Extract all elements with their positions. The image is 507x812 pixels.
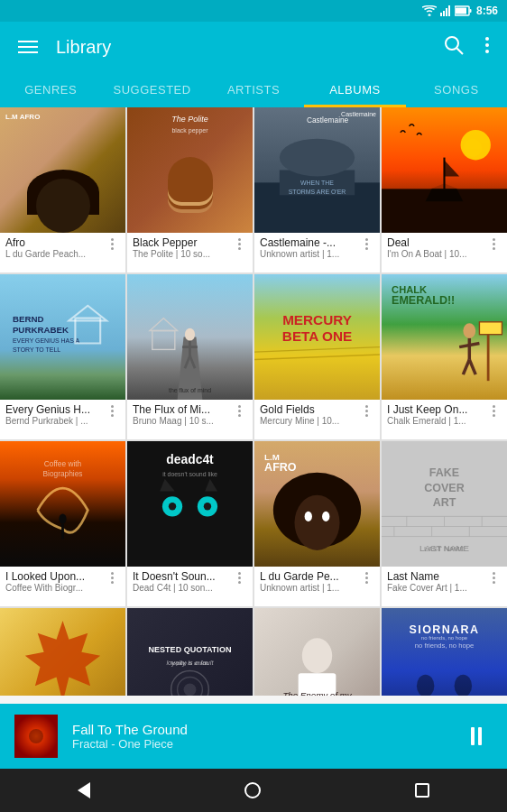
search-button[interactable]: [440, 32, 467, 63]
album-more-black-pepper[interactable]: [231, 236, 247, 250]
tab-artists[interactable]: ARTISTS: [203, 72, 304, 107]
album-name-black-pepper: Black Pepper: [133, 236, 231, 249]
nav-bar: [0, 769, 507, 812]
album-name-last-name: Last Name: [387, 570, 485, 583]
svg-point-67: [169, 503, 176, 510]
more-icon: [485, 36, 489, 54]
fluxofmi-art-svg: the flux of mind: [127, 274, 253, 400]
tab-songs[interactable]: SONGS: [406, 72, 507, 107]
pause-button[interactable]: [460, 720, 493, 752]
album-name-i-looked-upon: I Looked Upon...: [5, 570, 104, 583]
album-card-flux-of-mi[interactable]: the flux of mind The Flux of Mi... Bruno…: [127, 274, 253, 439]
svg-text:FAKE: FAKE: [429, 466, 459, 479]
album-card-afro[interactable]: Afro L du Garde Peach...: [0, 107, 125, 272]
menu-line-3: [18, 51, 38, 53]
lastname-art-svg: FAKE COVER ART LAST NAME: [382, 441, 507, 567]
svg-point-7: [446, 37, 458, 50]
album-card-i-looked-upon[interactable]: Coffee with Biographies I Looked Upon...…: [0, 441, 125, 606]
album-more-flux-of-mi[interactable]: [231, 403, 247, 417]
more-options-button[interactable]: [482, 32, 493, 62]
page-title: Library: [56, 37, 426, 58]
album-more-i-just-keep-on[interactable]: [485, 403, 502, 417]
album-more-it-doesnt-soun[interactable]: [231, 570, 247, 584]
album-sub-it-doesnt-soun: Dead C4t | 10 son...: [133, 583, 231, 593]
svg-rect-6: [456, 8, 466, 14]
search-icon: [444, 35, 464, 55]
svg-text:no friends, no hope: no friends, no hope: [415, 641, 474, 650]
album-card-every-genius-h[interactable]: BERND PURKRABEK EVERY GENIUS HAS A STORY…: [0, 274, 125, 439]
album-card-nested[interactable]: NESTED QUOTATION loyalty is a fault: [127, 608, 253, 696]
svg-point-68: [204, 503, 211, 510]
now-playing-bar[interactable]: Fall To The Ground Fractal - One Piece: [0, 704, 507, 769]
album-art-nofriends: SIORNARA no friends, no hope: [382, 608, 507, 696]
nav-home-button[interactable]: [223, 775, 282, 806]
now-playing-title: Fall To The Ground: [72, 722, 446, 737]
svg-text:BERND: BERND: [13, 314, 44, 324]
battery-icon: [455, 5, 473, 16]
svg-point-10: [485, 43, 489, 47]
album-more-gold-fields[interactable]: [358, 403, 374, 417]
album-card-enemy[interactable]: The Enemy of my Enemy: [254, 608, 380, 696]
recents-icon: [415, 783, 429, 798]
tab-suggested[interactable]: SUGGESTED: [101, 72, 202, 107]
album-card-nofriends[interactable]: SIORNARA no friends, no hope: [382, 608, 507, 696]
album-more-i-looked-upon[interactable]: [104, 570, 120, 584]
ilooked-art-svg: Coffee with Biographies: [0, 441, 125, 567]
album-info-castlemaine: Castlemaine -... Unknown artist | 1...: [254, 233, 380, 272]
svg-point-99: [184, 683, 197, 696]
album-sub-afro: L du Garde Peach...: [5, 249, 104, 259]
svg-point-76: [305, 512, 312, 521]
album-name-it-doesnt-soun: It Doesn't Soun...: [133, 570, 231, 583]
album-card-castlemaine[interactable]: Castlemaine WHEN THE STORMS ARE O'ER Cas…: [254, 107, 380, 272]
svg-text:EMERALD!!: EMERALD!!: [392, 294, 455, 307]
svg-text:NESTED QUOTATION: NESTED QUOTATION: [149, 645, 232, 654]
now-playing-info: Fall To The Ground Fractal - One Piece: [72, 722, 446, 751]
svg-point-11: [485, 50, 489, 53]
svg-text:STORY TO TELL: STORY TO TELL: [13, 346, 60, 353]
album-card-l-du-garde-pe[interactable]: L.M AFRO L du Garde Pe... Unknown artist…: [254, 441, 380, 606]
album-more-every-genius-h[interactable]: [104, 403, 120, 417]
album-more-castlemaine[interactable]: [358, 236, 374, 250]
album-card-i-just-keep-on[interactable]: CHALK EMERALD!! I Just Keep On... Chalk …: [382, 274, 507, 439]
album-more-deal[interactable]: [485, 236, 502, 250]
album-card-deal[interactable]: Deal I'm On A Boat | 10...: [382, 107, 507, 272]
svg-text:Coffee with: Coffee with: [44, 459, 82, 468]
signal-icon: [440, 5, 451, 16]
tab-albums[interactable]: ALBUMS: [304, 72, 405, 107]
pause-icon: [471, 727, 482, 745]
album-name-deal: Deal: [387, 236, 485, 249]
album-info-every-genius-h: Every Genius H... Bernd Purkrabek | ...: [0, 400, 125, 439]
top-bar: Library: [0, 22, 507, 72]
album-more-afro[interactable]: [104, 236, 120, 250]
svg-text:EVERY GENIUS HAS A: EVERY GENIUS HAS A: [13, 337, 80, 344]
album-more-last-name[interactable]: [485, 570, 502, 584]
nav-recents-button[interactable]: [393, 776, 451, 805]
tab-genres[interactable]: GENRES: [0, 72, 101, 107]
nested-art-svg: NESTED QUOTATION loyalty is a fault: [127, 608, 253, 696]
album-card-black-pepper[interactable]: Black Pepper The Polite | 10 so...: [127, 107, 253, 272]
album-sub-deal: I'm On A Boat | 10...: [387, 249, 485, 259]
leaf-art-svg: [0, 608, 125, 696]
menu-button[interactable]: [14, 37, 41, 57]
status-time: 8:56: [476, 5, 498, 17]
album-card-leaf[interactable]: [0, 608, 125, 696]
back-icon: [78, 782, 90, 798]
svg-text:L.M: L.M: [264, 452, 280, 462]
nav-back-button[interactable]: [56, 775, 112, 806]
album-art-i-just-keep-on: CHALK EMERALD!!: [382, 274, 507, 400]
svg-point-60: [59, 514, 66, 524]
album-more-l-du-garde-pe[interactable]: [358, 570, 374, 584]
album-card-gold-fields[interactable]: MERCURY BETA ONE Gold Fields Mercury Min…: [254, 274, 380, 439]
itdoesnt-art-svg: deadc4t it doesn't sound like: [127, 441, 253, 567]
album-info-black-pepper: Black Pepper The Polite | 10 so...: [127, 233, 253, 272]
castlemaine-art-svg: Castlemaine WHEN THE STORMS ARE O'ER: [254, 107, 380, 233]
svg-text:STORMS ARE O'ER: STORMS ARE O'ER: [289, 189, 346, 195]
album-card-it-doesnt-soun[interactable]: deadc4t it doesn't sound like It Doesn't…: [127, 441, 253, 606]
now-playing-art: [14, 715, 58, 758]
svg-text:WHEN THE: WHEN THE: [300, 180, 334, 186]
album-card-last-name[interactable]: FAKE COVER ART LAST NAME: [382, 441, 507, 606]
nofriends-art-svg: SIORNARA no friends, no hope: [382, 608, 507, 696]
svg-text:loyalty is a fault: loyalty is a fault: [166, 659, 214, 667]
svg-text:the flux of mind: the flux of mind: [169, 387, 211, 393]
svg-text:deadc4t: deadc4t: [166, 452, 214, 466]
